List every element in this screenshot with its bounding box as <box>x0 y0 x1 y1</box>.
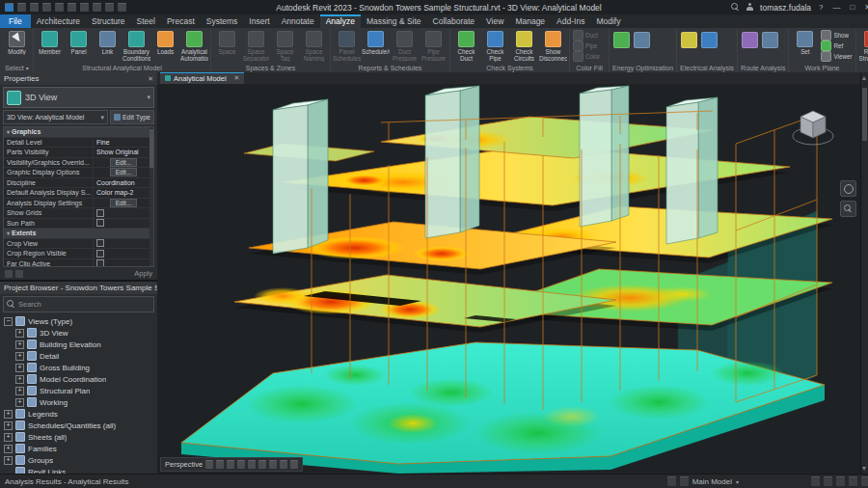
maximize-button[interactable]: □ <box>848 3 856 12</box>
properties-filter-icon[interactable] <box>15 270 23 278</box>
electrical-load-button[interactable] <box>699 30 719 48</box>
property-row[interactable]: ▾Far Clip Active <box>4 259 153 268</box>
ribbon-tab[interactable]: View <box>480 14 509 28</box>
robot-structural-analysis-button[interactable]: Robot Structural Analysis <box>858 30 868 62</box>
view-tab-analytical-model[interactable]: Analytical Model ✕ <box>160 72 244 84</box>
property-value[interactable] <box>94 219 153 229</box>
pipe-legend-button[interactable]: Pipe Legend <box>572 41 607 51</box>
property-value[interactable]: Show Original <box>94 148 153 157</box>
scroll-up-icon[interactable] <box>862 76 866 80</box>
ribbon-tab[interactable]: Modify <box>590 14 626 28</box>
check-circuits-button[interactable]: Check Circuits <box>510 30 538 62</box>
ribbon-tab[interactable]: File <box>0 14 31 28</box>
panel-button[interactable]: Panel <box>65 30 93 55</box>
select-pinned-icon[interactable] <box>849 476 857 486</box>
tree-item[interactable]: + Structural Plan <box>0 385 157 396</box>
print-icon[interactable] <box>80 3 89 12</box>
sync-icon[interactable] <box>42 3 51 12</box>
ref-plane-button[interactable]: Ref Plane <box>820 41 853 51</box>
ribbon-tab[interactable]: Architecture <box>31 14 86 28</box>
analytical-automation-button[interactable]: Analytical Automation <box>180 30 208 62</box>
expand-icon[interactable]: + <box>4 433 13 442</box>
property-row[interactable]: ▾Parts Visibility Show Original <box>4 148 153 158</box>
tree-item[interactable]: + 3D View <box>0 327 157 339</box>
property-row[interactable]: ▾Sun Path <box>4 219 153 230</box>
properties-help-icon[interactable] <box>5 270 13 278</box>
expand-icon[interactable]: + <box>15 387 24 395</box>
sun-path-icon[interactable] <box>227 460 234 469</box>
duct-pressure-loss-report-button[interactable]: Duct Pressure Loss Report <box>391 30 419 62</box>
view-cube[interactable] <box>790 103 836 153</box>
property-value[interactable]: Coordination <box>94 178 153 188</box>
pipe-pressure-loss-report-button[interactable]: Pipe Pressure Loss Report <box>420 30 448 62</box>
expand-icon[interactable]: + <box>4 445 13 453</box>
space-naming-button[interactable]: Space Naming <box>300 30 328 62</box>
undo-icon[interactable] <box>55 3 64 12</box>
ribbon-tab[interactable]: Add-Ins <box>551 14 590 28</box>
link-button[interactable]: Link <box>94 30 122 55</box>
expand-icon[interactable]: + <box>15 398 24 407</box>
property-row[interactable]: ▾Discipline Coordination <box>4 178 153 189</box>
ribbon-tab[interactable]: Structure <box>86 14 131 28</box>
edit-type-button[interactable]: Edit Type <box>110 110 154 124</box>
scroll-down-icon[interactable] <box>862 467 866 471</box>
tree-item[interactable]: + Working <box>0 396 157 408</box>
duct-legend-button[interactable]: Duct Legend <box>572 30 607 41</box>
view-tab-close-icon[interactable]: ✕ <box>231 74 240 82</box>
main-model-label[interactable]: Main Model <box>692 477 732 486</box>
selection-filter-icon[interactable] <box>811 476 820 486</box>
property-value[interactable] <box>94 208 153 218</box>
property-value[interactable]: Color map-2 <box>94 188 153 198</box>
ribbon-tab[interactable]: Precast <box>161 14 201 28</box>
property-value[interactable]: Fine <box>94 138 153 148</box>
perspective-label[interactable]: Perspective <box>165 460 203 469</box>
drag-elements-icon[interactable] <box>861 476 868 486</box>
instance-combo[interactable]: 3D View: Analytical Model ▾ <box>3 110 108 124</box>
check-pipe-systems-button[interactable]: Check Pipe Systems <box>481 30 509 62</box>
worksets-icon[interactable] <box>667 476 676 486</box>
panel-schedules-button[interactable]: Panel Schedules <box>333 30 361 62</box>
property-row[interactable]: ▾Analysis Display Settings Edit... <box>4 199 153 209</box>
editable-only-icon[interactable] <box>824 476 832 486</box>
member-button[interactable]: Member <box>36 30 64 55</box>
property-value[interactable] <box>94 249 153 258</box>
set-work-plane-button[interactable]: Set <box>791 30 819 55</box>
color-fill-legend-button[interactable]: Color Fill Legend <box>572 51 607 62</box>
tree-item[interactable]: + Sheets (all) <box>0 431 157 443</box>
expand-icon[interactable]: + <box>15 364 24 372</box>
tree-item[interactable]: + Building Elevation <box>0 339 157 350</box>
shadows-icon[interactable] <box>237 460 245 469</box>
temporary-hide-isolate-icon[interactable] <box>269 460 277 469</box>
properties-scrollbar[interactable] <box>149 127 153 266</box>
tree-item[interactable]: − Views (Type) <box>0 315 157 327</box>
project-browser-header[interactable]: Project Browser - Snowdon Towers Sample … <box>0 282 157 294</box>
close-button[interactable]: ✕ <box>862 3 868 12</box>
property-value[interactable]: Edit... <box>94 158 153 168</box>
default-3d-view-icon[interactable] <box>118 3 126 12</box>
modify-button[interactable]: Modify <box>3 30 31 55</box>
detail-level-icon[interactable] <box>205 460 213 469</box>
energy-model-button[interactable] <box>632 30 651 48</box>
space-separator-button[interactable]: Space Separator <box>242 30 270 62</box>
show-disconnects-button[interactable]: Show Disconnects <box>539 30 567 62</box>
property-value[interactable]: Edit... <box>94 168 153 177</box>
open-icon[interactable] <box>17 3 26 12</box>
visual-style-icon[interactable] <box>216 460 224 469</box>
expand-icon[interactable]: + <box>15 340 24 349</box>
save-icon[interactable] <box>30 3 39 12</box>
expand-icon[interactable]: + <box>15 352 24 361</box>
app-menu-icon[interactable] <box>5 3 14 12</box>
drawing-area[interactable]: Analytical Model ✕ <box>157 72 861 474</box>
tree-item[interactable]: + Groups <box>0 454 157 466</box>
property-row[interactable]: ▾Crop View <box>4 239 153 250</box>
measure-icon[interactable] <box>93 3 101 12</box>
tree-item[interactable]: + Model Coordination <box>0 373 157 385</box>
steering-wheel-icon[interactable] <box>840 180 856 197</box>
signed-in-user[interactable]: tomasz.fudala <box>760 3 811 13</box>
help-icon[interactable]: ? <box>817 3 825 12</box>
boundary-conditions-button[interactable]: Boundary Conditions <box>122 30 150 62</box>
zoom-tool-icon[interactable] <box>840 201 856 217</box>
vertical-scrollbar[interactable] <box>860 72 868 474</box>
ribbon-tab[interactable]: Analyze <box>320 14 361 28</box>
crop-view-icon[interactable] <box>248 460 256 469</box>
